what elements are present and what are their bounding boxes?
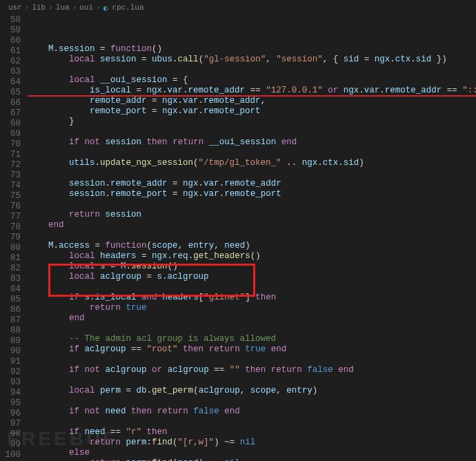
code-line[interactable]: return perm:find("[r,w]") ~= nil (28, 438, 476, 448)
code-line[interactable]: local perm = db.get_perm(aclgroup, scope… (28, 386, 476, 396)
lua-file-icon: ◐ (103, 3, 108, 12)
breadcrumb-seg[interactable]: lib (32, 3, 46, 12)
code-line[interactable] (28, 417, 476, 427)
code-line[interactable] (28, 355, 476, 365)
code-line[interactable]: remote_port = ngx.var.remote_port (28, 106, 476, 117)
code-line[interactable]: if not aclgroup or aclgroup == "" then r… (28, 365, 476, 375)
line-number: 68 (0, 119, 21, 129)
code-content[interactable]: M.session = function() local session = u… (28, 15, 476, 461)
chevron-right-icon: › (25, 3, 30, 12)
line-number: 86 (0, 305, 21, 315)
breadcrumb-seg[interactable]: usr (8, 3, 22, 12)
line-number: 70 (0, 139, 21, 150)
code-line[interactable] (28, 230, 476, 241)
code-line[interactable]: if need == "r" then (28, 427, 476, 438)
line-number: 81 (0, 253, 21, 264)
code-line[interactable] (28, 168, 476, 179)
line-number: 88 (0, 326, 21, 336)
code-line[interactable]: if s.is_local and headers["glinet"] then (28, 293, 476, 303)
code-line[interactable]: else (28, 448, 476, 458)
line-number: 97 (0, 419, 21, 429)
line-number: 82 (0, 264, 21, 274)
code-line[interactable]: local session = ubus.call("gl-session", … (28, 55, 476, 65)
line-number: 100 (0, 450, 21, 460)
code-line[interactable]: M.access = function(scope, entry, need) (28, 241, 476, 251)
line-number: 76 (0, 202, 21, 212)
line-number: 73 (0, 170, 21, 181)
line-number: 63 (0, 67, 21, 77)
breadcrumb-file[interactable]: rpc.lua (112, 3, 143, 12)
code-line[interactable]: local headers = ngx.req.get_headers() (28, 251, 476, 262)
code-editor[interactable]: 5859606162636465666768697071727374757677… (0, 15, 476, 461)
code-line[interactable]: -- The admin acl group is always allowed (28, 334, 476, 344)
line-number: 96 (0, 409, 21, 419)
line-number: 64 (0, 77, 21, 88)
code-line[interactable]: end (28, 220, 476, 230)
code-line[interactable]: utils.update_ngx_session("/tmp/gl_token_… (28, 158, 476, 168)
code-line[interactable]: return perm:find(need) ~= nil (28, 458, 476, 461)
line-number: 72 (0, 160, 21, 170)
line-number: 59 (0, 26, 21, 36)
breadcrumb: usr › lib › lua › oui › ◐ rpc.lua (0, 0, 476, 15)
line-number: 89 (0, 336, 21, 346)
code-line[interactable]: session.remote_addr = ngx.var.remote_add… (28, 179, 476, 189)
code-line[interactable] (28, 375, 476, 386)
line-number: 61 (0, 46, 21, 57)
code-line[interactable]: session.remote_port = ngx.var.remote_por… (28, 189, 476, 199)
line-number: 85 (0, 295, 21, 305)
code-line[interactable]: M.session = function() (28, 44, 476, 55)
breadcrumb-seg[interactable]: oui (79, 3, 93, 12)
line-number: 75 (0, 191, 21, 202)
code-line[interactable] (28, 127, 476, 137)
code-line[interactable] (28, 148, 476, 158)
code-line[interactable]: if aclgroup == "root" then return true e… (28, 344, 476, 355)
code-line[interactable]: return session (28, 210, 476, 220)
line-number: 90 (0, 346, 21, 357)
line-number: 83 (0, 274, 21, 284)
code-line[interactable] (28, 199, 476, 210)
code-line[interactable] (28, 324, 476, 334)
line-number: 91 (0, 357, 21, 367)
line-number: 99 (0, 440, 21, 450)
code-line[interactable] (28, 396, 476, 406)
line-number: 77 (0, 212, 21, 222)
line-number: 98 (0, 429, 21, 440)
line-number: 74 (0, 181, 21, 191)
line-number: 92 (0, 367, 21, 377)
line-number: 87 (0, 315, 21, 326)
code-line[interactable]: local s = M.session() (28, 262, 476, 272)
code-line[interactable]: if not session then return __oui_session… (28, 137, 476, 148)
line-number: 71 (0, 150, 21, 160)
line-number: 67 (0, 108, 21, 119)
code-line[interactable]: if not need then return false end (28, 406, 476, 417)
line-number: 62 (0, 57, 21, 67)
code-line[interactable]: is_local = ngx.var.remote_addr == "127.0… (28, 86, 476, 96)
code-line[interactable]: } (28, 117, 476, 127)
line-number: 79 (0, 233, 21, 243)
line-number: 58 (0, 15, 21, 26)
chevron-right-icon: › (96, 3, 101, 12)
chevron-right-icon: › (48, 3, 53, 12)
code-line[interactable]: return true (28, 303, 476, 313)
code-line[interactable]: remote_addr = ngx.var.remote_addr, (28, 96, 476, 106)
breadcrumb-seg[interactable]: lua (56, 3, 70, 12)
line-number: 60 (0, 36, 21, 46)
code-line[interactable]: local aclgroup = s.aclgroup (28, 272, 476, 282)
code-line[interactable] (28, 282, 476, 293)
chevron-right-icon: › (72, 3, 77, 12)
line-number: 69 (0, 129, 21, 139)
line-number: 95 (0, 398, 21, 409)
code-line[interactable]: local __oui_session = { (28, 75, 476, 86)
line-number: 84 (0, 284, 21, 295)
code-line[interactable] (28, 65, 476, 75)
line-number: 93 (0, 377, 21, 388)
line-number-gutter: 5859606162636465666768697071727374757677… (0, 15, 28, 461)
line-number: 80 (0, 243, 21, 253)
line-number: 94 (0, 388, 21, 398)
line-number: 66 (0, 98, 21, 108)
code-line[interactable]: end (28, 313, 476, 324)
line-number: 78 (0, 222, 21, 233)
line-number: 65 (0, 88, 21, 98)
